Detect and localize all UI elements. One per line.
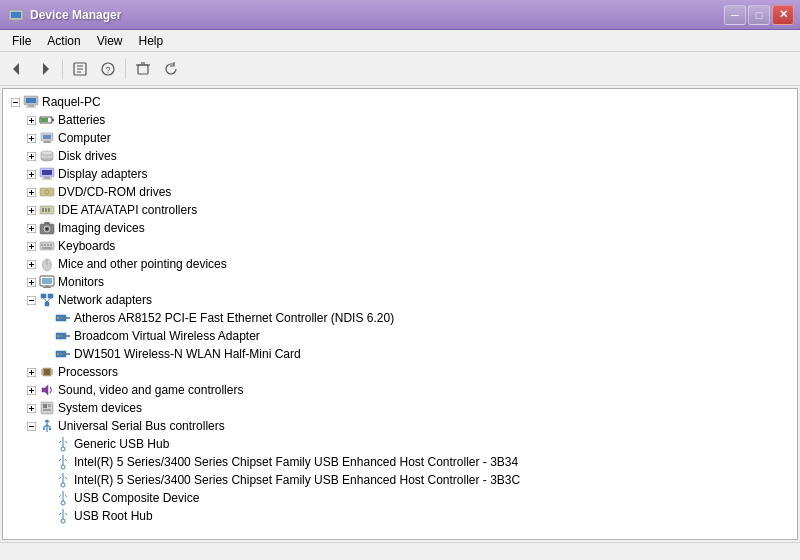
svg-rect-90 bbox=[41, 294, 46, 298]
tree-item-atheros[interactable]: Atheros AR8152 PCI-E Fast Ethernet Contr… bbox=[3, 309, 797, 327]
menu-help[interactable]: Help bbox=[131, 32, 172, 50]
svg-line-93 bbox=[44, 298, 48, 302]
node-icon-usb-composite bbox=[55, 490, 71, 506]
node-icon-raquel-pc bbox=[23, 94, 39, 110]
expander-display-adapters[interactable] bbox=[23, 166, 39, 182]
device-tree-container[interactable]: Raquel-PCBatteriesComputerDisk drivesDis… bbox=[2, 88, 798, 540]
expander-processors[interactable] bbox=[23, 364, 39, 380]
expander-monitors[interactable] bbox=[23, 274, 39, 290]
svg-rect-44 bbox=[44, 177, 50, 179]
node-label-raquel-pc: Raquel-PC bbox=[42, 95, 101, 109]
expander-ide-ata[interactable] bbox=[23, 202, 39, 218]
tree-item-ide-ata[interactable]: IDE ATA/ATAPI controllers bbox=[3, 201, 797, 219]
svg-line-143 bbox=[59, 495, 61, 497]
node-icon-disk-drives bbox=[39, 148, 55, 164]
minimize-button[interactable]: ─ bbox=[724, 5, 746, 25]
tree-item-network-adapters[interactable]: Network adapters bbox=[3, 291, 797, 309]
node-icon-atheros bbox=[55, 310, 71, 326]
expander-batteries[interactable] bbox=[23, 112, 39, 128]
node-label-imaging: Imaging devices bbox=[58, 221, 145, 235]
tree-item-processors[interactable]: Processors bbox=[3, 363, 797, 381]
svg-rect-100 bbox=[66, 335, 70, 337]
svg-point-105 bbox=[57, 353, 59, 355]
expander-mice[interactable] bbox=[23, 256, 39, 272]
help-icon: ? bbox=[100, 61, 116, 77]
tree-item-generic-usb-hub[interactable]: Generic USB Hub bbox=[3, 435, 797, 453]
toolbar: ? bbox=[0, 52, 800, 86]
node-icon-usb-controllers bbox=[39, 418, 55, 434]
expander-usb-controllers[interactable] bbox=[23, 418, 39, 434]
expander-computer[interactable] bbox=[23, 130, 39, 146]
expander-network-adapters[interactable] bbox=[23, 292, 39, 308]
tree-item-usb-root-hub[interactable]: USB Root Hub bbox=[3, 507, 797, 525]
svg-point-102 bbox=[60, 335, 62, 337]
expander-imaging[interactable] bbox=[23, 220, 39, 236]
svg-line-147 bbox=[65, 513, 67, 515]
svg-rect-87 bbox=[43, 287, 51, 288]
refresh-button[interactable] bbox=[158, 56, 184, 82]
svg-rect-92 bbox=[45, 302, 49, 306]
uninstall-icon bbox=[135, 61, 151, 77]
tree-item-batteries[interactable]: Batteries bbox=[3, 111, 797, 129]
menu-action[interactable]: Action bbox=[39, 32, 88, 50]
node-label-atheros: Atheros AR8152 PCI-E Fast Ethernet Contr… bbox=[74, 311, 394, 325]
expander-raquel-pc[interactable] bbox=[7, 94, 23, 110]
svg-rect-32 bbox=[43, 142, 51, 143]
svg-rect-30 bbox=[43, 135, 51, 139]
tree-item-system-devices[interactable]: System devices bbox=[3, 399, 797, 417]
node-label-display-adapters: Display adapters bbox=[58, 167, 147, 181]
tree-item-disk-drives[interactable]: Disk drives bbox=[3, 147, 797, 165]
help-button[interactable]: ? bbox=[95, 56, 121, 82]
node-label-network-adapters: Network adapters bbox=[58, 293, 152, 307]
tree-item-raquel-pc[interactable]: Raquel-PC bbox=[3, 93, 797, 111]
svg-rect-73 bbox=[50, 244, 52, 246]
svg-rect-71 bbox=[44, 244, 46, 246]
uninstall-button[interactable] bbox=[130, 56, 156, 82]
svg-rect-2 bbox=[14, 20, 18, 21]
tree-item-imaging[interactable]: Imaging devices bbox=[3, 219, 797, 237]
expander-disk-drives[interactable] bbox=[23, 148, 39, 164]
svg-line-135 bbox=[65, 441, 67, 443]
tree-item-mice[interactable]: Mice and other pointing devices bbox=[3, 255, 797, 273]
tree-item-dvd-cdrom[interactable]: DVD/CD-ROM drives bbox=[3, 183, 797, 201]
tree-item-dw1501[interactable]: DW1501 Wireless-N WLAN Half-Mini Card bbox=[3, 345, 797, 363]
tree-item-intel-usb-3b34[interactable]: Intel(R) 5 Series/3400 Series Chipset Fa… bbox=[3, 453, 797, 471]
tree-item-broadcom[interactable]: Broadcom Virtual Wireless Adapter bbox=[3, 327, 797, 345]
node-label-dvd-cdrom: DVD/CD-ROM drives bbox=[58, 185, 171, 199]
node-icon-processors bbox=[39, 364, 55, 380]
tree-item-computer[interactable]: Computer bbox=[3, 129, 797, 147]
svg-point-145 bbox=[61, 519, 65, 523]
svg-rect-127 bbox=[48, 404, 51, 407]
svg-rect-104 bbox=[66, 353, 70, 355]
svg-marker-4 bbox=[43, 63, 49, 75]
tree-item-display-adapters[interactable]: Display adapters bbox=[3, 165, 797, 183]
svg-marker-121 bbox=[42, 385, 48, 395]
close-button[interactable]: ✕ bbox=[772, 5, 794, 25]
expander-dvd-cdrom[interactable] bbox=[23, 184, 39, 200]
expander-sound[interactable] bbox=[23, 382, 39, 398]
svg-point-133 bbox=[61, 447, 65, 451]
properties-icon bbox=[72, 61, 88, 77]
node-label-generic-usb-hub: Generic USB Hub bbox=[74, 437, 169, 451]
svg-point-80 bbox=[46, 261, 48, 264]
tree-item-usb-controllers[interactable]: Universal Serial Bus controllers bbox=[3, 417, 797, 435]
tree-item-usb-composite[interactable]: USB Composite Device bbox=[3, 489, 797, 507]
expander-system-devices[interactable] bbox=[23, 400, 39, 416]
expander-keyboards[interactable] bbox=[23, 238, 39, 254]
node-icon-intel-usb-3b3c bbox=[55, 472, 71, 488]
back-button[interactable] bbox=[4, 56, 30, 82]
svg-rect-126 bbox=[43, 404, 47, 408]
tree-item-sound[interactable]: Sound, video and game controllers bbox=[3, 381, 797, 399]
properties-button[interactable] bbox=[67, 56, 93, 82]
tree-item-monitors[interactable]: Monitors bbox=[3, 273, 797, 291]
node-label-intel-usb-3b34: Intel(R) 5 Series/3400 Series Chipset Fa… bbox=[74, 455, 518, 469]
forward-button[interactable] bbox=[32, 56, 58, 82]
menu-file[interactable]: File bbox=[4, 32, 39, 50]
maximize-button[interactable]: □ bbox=[748, 5, 770, 25]
node-icon-monitors bbox=[39, 274, 55, 290]
menu-view[interactable]: View bbox=[89, 32, 131, 50]
tree-item-keyboards[interactable]: Keyboards bbox=[3, 237, 797, 255]
svg-point-101 bbox=[57, 335, 59, 337]
tree-item-intel-usb-3b3c[interactable]: Intel(R) 5 Series/3400 Series Chipset Fa… bbox=[3, 471, 797, 489]
node-label-usb-composite: USB Composite Device bbox=[74, 491, 199, 505]
